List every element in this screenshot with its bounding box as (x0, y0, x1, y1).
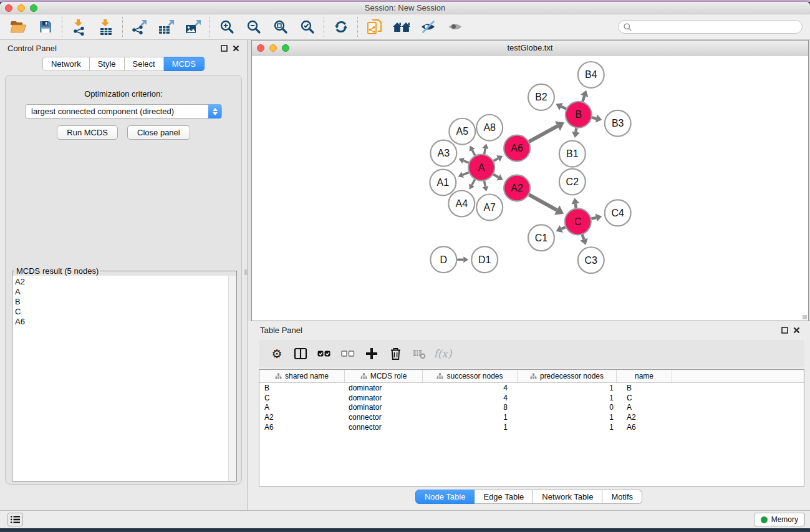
import-table-button[interactable] (92, 16, 119, 37)
network-canvas[interactable]: B4B2BB3A8A5A6A3B1AC2A1A2A4A7C4CC1DD1C3 (252, 56, 808, 321)
export-table-button[interactable] (153, 16, 180, 37)
edge-B-B2[interactable] (561, 107, 566, 109)
edge-C-C4[interactable] (591, 218, 596, 219)
tab-motifs[interactable]: Motifs (602, 490, 642, 504)
edge-A-A8[interactable] (485, 148, 486, 154)
float-panel-icon[interactable] (221, 45, 228, 52)
edge-B-B3[interactable] (592, 118, 596, 119)
edge-C-C2[interactable] (576, 204, 576, 208)
table-cell[interactable]: 8 (423, 403, 518, 412)
edge-B-B1[interactable] (576, 128, 576, 132)
memory-button[interactable]: Memory (754, 513, 805, 526)
first-neighbors-button[interactable] (388, 16, 415, 37)
close-table-panel-icon[interactable] (793, 327, 800, 334)
table-cell[interactable]: A (617, 403, 672, 412)
tab-style[interactable]: Style (90, 57, 125, 71)
delete-table-button[interactable] (407, 342, 431, 365)
resize-grip[interactable] (803, 315, 807, 319)
edge-A-A3[interactable] (463, 161, 469, 163)
mcds-result-item[interactable]: B (15, 297, 228, 307)
import-network-button[interactable] (65, 16, 92, 37)
table-cell[interactable]: A2 (617, 413, 672, 422)
zoom-fit-button[interactable] (267, 16, 294, 37)
table-cell[interactable]: 1 (518, 423, 617, 432)
table-cell[interactable]: A6 (617, 423, 672, 432)
tab-network[interactable]: Network (42, 57, 90, 71)
mcds-result-item[interactable]: C (15, 307, 228, 317)
network-graph[interactable]: B4B2BB3A8A5A6A3B1AC2A1A2A4A7C4CC1DD1C3 (252, 56, 808, 321)
function-builder-button[interactable]: f(x) (431, 342, 455, 365)
run-mcds-button[interactable]: Run MCDS (57, 125, 118, 140)
table-row[interactable]: Cdominator41C (259, 393, 804, 403)
table-cell[interactable]: C (617, 394, 672, 402)
column-header-name[interactable]: name (617, 370, 672, 382)
table-cell[interactable]: 4 (423, 394, 518, 402)
refresh-view-button[interactable] (327, 16, 354, 37)
table-cell[interactable]: C (259, 394, 345, 402)
table-cell[interactable]: 1 (423, 413, 518, 422)
add-column-button[interactable] (360, 342, 383, 365)
new-network-from-selection-button[interactable] (361, 16, 388, 37)
search-field[interactable] (618, 20, 803, 34)
edge-A-A6[interactable] (493, 158, 498, 161)
edge-A-A5[interactable] (472, 150, 475, 156)
show-all-button[interactable] (441, 16, 468, 37)
edge-C-C1[interactable] (561, 227, 565, 229)
table-cell[interactable]: 1 (518, 413, 617, 422)
zoom-out-button[interactable] (240, 16, 267, 37)
table-cell[interactable]: dominator (345, 403, 423, 412)
open-session-button[interactable] (5, 16, 32, 37)
table-cell[interactable]: A2 (259, 413, 345, 422)
table-cell[interactable]: connector (345, 413, 423, 422)
tab-mcds[interactable]: MCDS (164, 57, 205, 71)
export-network-button[interactable] (126, 16, 153, 37)
table-cell[interactable]: B (259, 384, 345, 392)
export-image-button[interactable] (180, 16, 206, 37)
table-settings-button[interactable]: ⚙ (265, 342, 289, 365)
close-panel-button[interactable]: Close panel (127, 125, 190, 140)
table-cell[interactable]: 0 (518, 403, 617, 412)
float-table-panel-icon[interactable] (781, 327, 788, 334)
table-cell[interactable]: dominator (345, 394, 423, 402)
edge-A-A7[interactable] (485, 181, 486, 186)
table-row[interactable]: Bdominator41B (259, 383, 804, 393)
zoom-selected-button[interactable] (294, 16, 321, 37)
close-panel-icon[interactable] (233, 45, 239, 52)
zoom-in-button[interactable] (213, 16, 240, 37)
table-cell[interactable]: dominator (345, 384, 423, 392)
mcds-result-item[interactable]: A (15, 287, 228, 297)
search-input[interactable] (635, 22, 797, 31)
edge-A-A2[interactable] (493, 175, 498, 178)
table-cell[interactable]: B (617, 384, 672, 392)
save-session-button[interactable] (32, 16, 59, 37)
result-scrollbar-track[interactable] (228, 276, 236, 481)
table-row[interactable]: A2connector11A2 (259, 412, 804, 422)
column-header-successor-nodes[interactable]: successor nodes (423, 370, 518, 382)
table-row[interactable]: Adominator80A (259, 403, 804, 413)
table-cell[interactable]: connector (345, 423, 423, 432)
select-all-button[interactable] (312, 342, 336, 365)
table-row[interactable]: A6connector11A6 (259, 422, 804, 432)
deselect-all-button[interactable] (336, 342, 360, 365)
mcds-result-list[interactable]: A2ABCA6 (12, 276, 228, 481)
column-header-shared-name[interactable]: shared name (259, 370, 345, 382)
tab-node-table[interactable]: Node Table (415, 490, 475, 504)
delete-column-button[interactable] (383, 342, 407, 365)
vertical-splitter-handle[interactable] (244, 269, 247, 275)
edge-C-C3[interactable] (582, 235, 584, 239)
mcds-result-item[interactable]: A2 (15, 277, 228, 287)
task-history-button[interactable] (7, 513, 23, 526)
edge-A-A1[interactable] (463, 173, 469, 175)
table-cell[interactable]: A6 (259, 423, 345, 432)
edge-A-A4[interactable] (472, 180, 475, 185)
table-cell[interactable]: 1 (423, 423, 518, 432)
hide-selected-button[interactable] (415, 16, 441, 37)
column-header-MCDS-role[interactable]: MCDS role (345, 370, 423, 382)
toggle-columns-button[interactable] (289, 342, 312, 365)
edge-A2-C[interactable] (529, 195, 557, 210)
edge-B-B4[interactable] (582, 96, 584, 102)
criterion-dropdown[interactable]: largest connected component (directed) (25, 104, 222, 118)
edge-A6-B[interactable] (529, 126, 557, 142)
table-cell[interactable]: A (259, 403, 345, 412)
table-cell[interactable]: 4 (423, 384, 518, 392)
